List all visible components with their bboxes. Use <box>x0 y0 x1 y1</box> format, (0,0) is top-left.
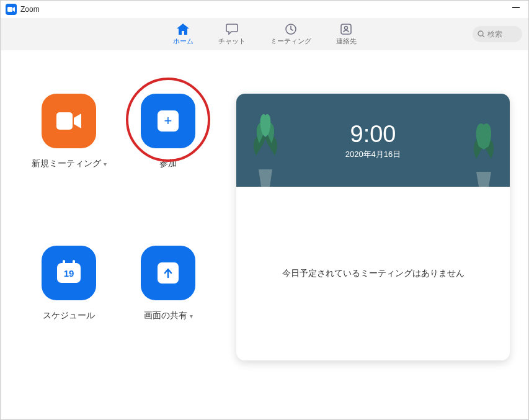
join-button[interactable]: + <box>141 94 195 148</box>
new-meeting-button[interactable] <box>42 94 96 148</box>
search-placeholder: 検索 <box>487 29 502 40</box>
chat-icon <box>226 23 238 35</box>
share-screen-label: 画面の共有 <box>144 310 187 321</box>
action-grid: 新規ミーティング ▾ + 参加 19 スケジュール <box>19 94 218 360</box>
join-label: 参加 <box>159 158 177 169</box>
tab-home[interactable]: ホーム <box>173 23 193 46</box>
panel-body: 今日予定されているミーティングはありません <box>236 187 510 360</box>
svg-rect-6 <box>56 112 73 130</box>
join-action: + 参加 <box>118 94 218 208</box>
app-title: Zoom <box>20 5 40 14</box>
chevron-down-icon[interactable]: ▾ <box>104 161 107 168</box>
svg-rect-0 <box>7 7 12 12</box>
new-meeting-label: 新規ミーティング <box>32 158 101 169</box>
clock-date: 2020年4月16日 <box>345 149 401 160</box>
calendar-icon: 19 <box>57 263 81 283</box>
no-meetings-text: 今日予定されているミーティングはありません <box>282 268 465 279</box>
tab-home-label: ホーム <box>173 37 193 46</box>
svg-point-3 <box>345 26 348 29</box>
titlebar: Zoom <box>1 1 528 18</box>
tab-contacts[interactable]: 連絡先 <box>336 23 357 46</box>
share-screen-action: 画面の共有 ▾ <box>118 246 218 360</box>
svg-line-5 <box>482 35 484 37</box>
search-input[interactable]: 検索 <box>473 26 522 42</box>
plus-icon: + <box>158 110 179 132</box>
video-icon <box>56 112 81 130</box>
plant-decoration-icon <box>244 112 287 187</box>
tab-chat-label: チャット <box>218 37 246 46</box>
panel-header: 9:00 2020年4月16日 <box>236 94 510 187</box>
plant-decoration-icon <box>465 118 502 187</box>
main-content: 新規ミーティング ▾ + 参加 19 スケジュール <box>1 50 528 360</box>
nav-tabs: ホーム チャット ミーティング 連絡先 <box>173 23 357 46</box>
schedule-action: 19 スケジュール <box>19 246 118 360</box>
svg-point-4 <box>478 31 483 36</box>
clock-time: 9:00 <box>350 121 396 148</box>
share-screen-button[interactable] <box>141 246 195 300</box>
tab-chat[interactable]: チャット <box>218 23 246 46</box>
tab-meetings[interactable]: ミーティング <box>270 23 311 46</box>
new-meeting-action: 新規ミーティング ▾ <box>19 94 118 208</box>
share-arrow-icon <box>158 262 179 284</box>
tab-contacts-label: 連絡先 <box>336 37 357 46</box>
clock-icon <box>285 23 296 35</box>
contacts-icon <box>340 23 352 35</box>
schedule-label: スケジュール <box>43 310 95 321</box>
schedule-button[interactable]: 19 <box>42 246 96 300</box>
chevron-down-icon[interactable]: ▾ <box>190 313 193 319</box>
minimize-button[interactable] <box>512 7 520 8</box>
app-icon <box>6 4 17 15</box>
tab-meetings-label: ミーティング <box>270 37 311 46</box>
search-icon <box>478 30 485 38</box>
info-panel: 9:00 2020年4月16日 今日予定されているミーティングはありません <box>236 94 510 360</box>
top-navbar: ホーム チャット ミーティング 連絡先 検索 <box>1 18 528 50</box>
home-icon <box>177 23 189 35</box>
